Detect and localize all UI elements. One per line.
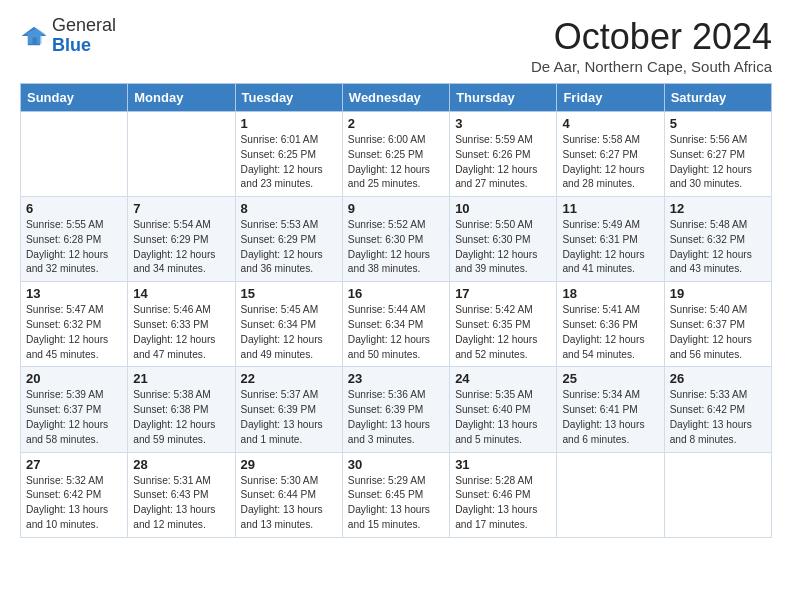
table-row: 1Sunrise: 6:01 AM Sunset: 6:25 PM Daylig… bbox=[235, 112, 342, 197]
cell-content: Sunrise: 5:29 AM Sunset: 6:45 PM Dayligh… bbox=[348, 474, 444, 533]
day-number: 10 bbox=[455, 201, 551, 216]
cell-content: Sunrise: 5:41 AM Sunset: 6:36 PM Dayligh… bbox=[562, 303, 658, 362]
cell-content: Sunrise: 5:42 AM Sunset: 6:35 PM Dayligh… bbox=[455, 303, 551, 362]
cell-content: Sunrise: 5:35 AM Sunset: 6:40 PM Dayligh… bbox=[455, 388, 551, 447]
day-number: 8 bbox=[241, 201, 337, 216]
cell-content: Sunrise: 5:59 AM Sunset: 6:26 PM Dayligh… bbox=[455, 133, 551, 192]
cell-content: Sunrise: 5:36 AM Sunset: 6:39 PM Dayligh… bbox=[348, 388, 444, 447]
table-row: 7Sunrise: 5:54 AM Sunset: 6:29 PM Daylig… bbox=[128, 197, 235, 282]
day-number: 16 bbox=[348, 286, 444, 301]
cell-content: Sunrise: 5:32 AM Sunset: 6:42 PM Dayligh… bbox=[26, 474, 122, 533]
table-row: 17Sunrise: 5:42 AM Sunset: 6:35 PM Dayli… bbox=[450, 282, 557, 367]
table-row: 27Sunrise: 5:32 AM Sunset: 6:42 PM Dayli… bbox=[21, 452, 128, 537]
day-number: 26 bbox=[670, 371, 766, 386]
table-row bbox=[21, 112, 128, 197]
day-number: 5 bbox=[670, 116, 766, 131]
table-row: 2Sunrise: 6:00 AM Sunset: 6:25 PM Daylig… bbox=[342, 112, 449, 197]
col-tuesday: Tuesday bbox=[235, 84, 342, 112]
cell-content: Sunrise: 5:37 AM Sunset: 6:39 PM Dayligh… bbox=[241, 388, 337, 447]
day-number: 11 bbox=[562, 201, 658, 216]
calendar: Sunday Monday Tuesday Wednesday Thursday… bbox=[20, 83, 772, 538]
logo-blue: Blue bbox=[52, 35, 91, 55]
table-row: 16Sunrise: 5:44 AM Sunset: 6:34 PM Dayli… bbox=[342, 282, 449, 367]
table-row: 5Sunrise: 5:56 AM Sunset: 6:27 PM Daylig… bbox=[664, 112, 771, 197]
cell-content: Sunrise: 5:46 AM Sunset: 6:33 PM Dayligh… bbox=[133, 303, 229, 362]
day-number: 29 bbox=[241, 457, 337, 472]
table-row bbox=[557, 452, 664, 537]
cell-content: Sunrise: 5:44 AM Sunset: 6:34 PM Dayligh… bbox=[348, 303, 444, 362]
table-row: 19Sunrise: 5:40 AM Sunset: 6:37 PM Dayli… bbox=[664, 282, 771, 367]
cell-content: Sunrise: 5:50 AM Sunset: 6:30 PM Dayligh… bbox=[455, 218, 551, 277]
logo-icon bbox=[20, 25, 48, 47]
logo-text: General Blue bbox=[52, 16, 116, 56]
calendar-week-5: 27Sunrise: 5:32 AM Sunset: 6:42 PM Dayli… bbox=[21, 452, 772, 537]
table-row: 31Sunrise: 5:28 AM Sunset: 6:46 PM Dayli… bbox=[450, 452, 557, 537]
day-number: 27 bbox=[26, 457, 122, 472]
table-row: 18Sunrise: 5:41 AM Sunset: 6:36 PM Dayli… bbox=[557, 282, 664, 367]
day-number: 30 bbox=[348, 457, 444, 472]
table-row: 10Sunrise: 5:50 AM Sunset: 6:30 PM Dayli… bbox=[450, 197, 557, 282]
day-number: 20 bbox=[26, 371, 122, 386]
day-number: 18 bbox=[562, 286, 658, 301]
table-row: 24Sunrise: 5:35 AM Sunset: 6:40 PM Dayli… bbox=[450, 367, 557, 452]
table-row: 28Sunrise: 5:31 AM Sunset: 6:43 PM Dayli… bbox=[128, 452, 235, 537]
day-number: 22 bbox=[241, 371, 337, 386]
calendar-week-1: 1Sunrise: 6:01 AM Sunset: 6:25 PM Daylig… bbox=[21, 112, 772, 197]
col-sunday: Sunday bbox=[21, 84, 128, 112]
cell-content: Sunrise: 6:00 AM Sunset: 6:25 PM Dayligh… bbox=[348, 133, 444, 192]
col-friday: Friday bbox=[557, 84, 664, 112]
day-number: 15 bbox=[241, 286, 337, 301]
title-block: October 2024 De Aar, Northern Cape, Sout… bbox=[531, 16, 772, 75]
table-row: 20Sunrise: 5:39 AM Sunset: 6:37 PM Dayli… bbox=[21, 367, 128, 452]
calendar-week-2: 6Sunrise: 5:55 AM Sunset: 6:28 PM Daylig… bbox=[21, 197, 772, 282]
day-number: 17 bbox=[455, 286, 551, 301]
table-row: 11Sunrise: 5:49 AM Sunset: 6:31 PM Dayli… bbox=[557, 197, 664, 282]
col-thursday: Thursday bbox=[450, 84, 557, 112]
table-row: 23Sunrise: 5:36 AM Sunset: 6:39 PM Dayli… bbox=[342, 367, 449, 452]
table-row: 15Sunrise: 5:45 AM Sunset: 6:34 PM Dayli… bbox=[235, 282, 342, 367]
cell-content: Sunrise: 5:45 AM Sunset: 6:34 PM Dayligh… bbox=[241, 303, 337, 362]
table-row: 13Sunrise: 5:47 AM Sunset: 6:32 PM Dayli… bbox=[21, 282, 128, 367]
calendar-header-row: Sunday Monday Tuesday Wednesday Thursday… bbox=[21, 84, 772, 112]
cell-content: Sunrise: 5:31 AM Sunset: 6:43 PM Dayligh… bbox=[133, 474, 229, 533]
table-row bbox=[128, 112, 235, 197]
cell-content: Sunrise: 5:38 AM Sunset: 6:38 PM Dayligh… bbox=[133, 388, 229, 447]
table-row bbox=[664, 452, 771, 537]
header: General Blue October 2024 De Aar, Northe… bbox=[20, 16, 772, 75]
logo: General Blue bbox=[20, 16, 116, 56]
table-row: 3Sunrise: 5:59 AM Sunset: 6:26 PM Daylig… bbox=[450, 112, 557, 197]
table-row: 26Sunrise: 5:33 AM Sunset: 6:42 PM Dayli… bbox=[664, 367, 771, 452]
day-number: 9 bbox=[348, 201, 444, 216]
day-number: 4 bbox=[562, 116, 658, 131]
cell-content: Sunrise: 5:56 AM Sunset: 6:27 PM Dayligh… bbox=[670, 133, 766, 192]
cell-content: Sunrise: 5:39 AM Sunset: 6:37 PM Dayligh… bbox=[26, 388, 122, 447]
day-number: 12 bbox=[670, 201, 766, 216]
day-number: 24 bbox=[455, 371, 551, 386]
table-row: 9Sunrise: 5:52 AM Sunset: 6:30 PM Daylig… bbox=[342, 197, 449, 282]
col-wednesday: Wednesday bbox=[342, 84, 449, 112]
day-number: 25 bbox=[562, 371, 658, 386]
cell-content: Sunrise: 5:28 AM Sunset: 6:46 PM Dayligh… bbox=[455, 474, 551, 533]
table-row: 30Sunrise: 5:29 AM Sunset: 6:45 PM Dayli… bbox=[342, 452, 449, 537]
logo-general: General bbox=[52, 15, 116, 35]
day-number: 21 bbox=[133, 371, 229, 386]
table-row: 25Sunrise: 5:34 AM Sunset: 6:41 PM Dayli… bbox=[557, 367, 664, 452]
table-row: 22Sunrise: 5:37 AM Sunset: 6:39 PM Dayli… bbox=[235, 367, 342, 452]
page: General Blue October 2024 De Aar, Northe… bbox=[0, 0, 792, 554]
calendar-week-4: 20Sunrise: 5:39 AM Sunset: 6:37 PM Dayli… bbox=[21, 367, 772, 452]
day-number: 23 bbox=[348, 371, 444, 386]
cell-content: Sunrise: 6:01 AM Sunset: 6:25 PM Dayligh… bbox=[241, 133, 337, 192]
subtitle: De Aar, Northern Cape, South Africa bbox=[531, 58, 772, 75]
cell-content: Sunrise: 5:49 AM Sunset: 6:31 PM Dayligh… bbox=[562, 218, 658, 277]
table-row: 4Sunrise: 5:58 AM Sunset: 6:27 PM Daylig… bbox=[557, 112, 664, 197]
cell-content: Sunrise: 5:47 AM Sunset: 6:32 PM Dayligh… bbox=[26, 303, 122, 362]
table-row: 6Sunrise: 5:55 AM Sunset: 6:28 PM Daylig… bbox=[21, 197, 128, 282]
table-row: 12Sunrise: 5:48 AM Sunset: 6:32 PM Dayli… bbox=[664, 197, 771, 282]
day-number: 28 bbox=[133, 457, 229, 472]
day-number: 19 bbox=[670, 286, 766, 301]
cell-content: Sunrise: 5:58 AM Sunset: 6:27 PM Dayligh… bbox=[562, 133, 658, 192]
cell-content: Sunrise: 5:48 AM Sunset: 6:32 PM Dayligh… bbox=[670, 218, 766, 277]
calendar-week-3: 13Sunrise: 5:47 AM Sunset: 6:32 PM Dayli… bbox=[21, 282, 772, 367]
day-number: 1 bbox=[241, 116, 337, 131]
cell-content: Sunrise: 5:55 AM Sunset: 6:28 PM Dayligh… bbox=[26, 218, 122, 277]
